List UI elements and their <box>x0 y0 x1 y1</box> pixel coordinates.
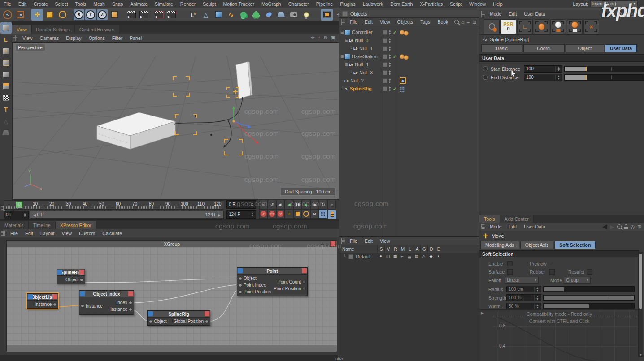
view-toggle[interactable]: ◫ <box>384 254 392 258</box>
xgroup-titlebar[interactable]: XGroup ✛ ↕ <box>7 241 337 248</box>
camera-view-label[interactable]: Perspective <box>15 44 45 51</box>
add-null-button[interactable]: L0 <box>187 9 199 21</box>
tab-object-axis[interactable]: Object Axis <box>520 241 554 249</box>
animation-toggle[interactable]: ▤ <box>413 254 420 258</box>
object-row-null2[interactable]: − L0 Null_2 ◆ <box>339 77 479 85</box>
panel-drag-handle[interactable] <box>13 35 17 41</box>
layer-color-swatch[interactable] <box>348 254 353 259</box>
history-forward-icon[interactable]: ▶ <box>610 11 614 17</box>
output-port[interactable] <box>129 301 132 305</box>
om-menu-tags[interactable]: Tags <box>417 19 434 25</box>
output-port[interactable] <box>205 320 209 323</box>
keyframe-selection-button[interactable]: ? <box>276 209 285 219</box>
view-pan-icon[interactable]: ✛ <box>311 35 315 41</box>
tab-modeling-axis[interactable]: Modeling Axis <box>480 241 519 249</box>
object-row-null1[interactable]: └ L0 Null_1 <box>339 44 479 52</box>
polygons-mode-button[interactable] <box>0 81 12 92</box>
tab-soft-selection[interactable]: Soft Selection <box>554 241 596 249</box>
loop-button[interactable]: ↻ <box>319 200 327 209</box>
node-inputs-corner[interactable] <box>28 294 33 299</box>
am-menu-edit[interactable]: Edit <box>505 11 520 17</box>
xp-menu-file[interactable]: File <box>7 231 22 236</box>
object-name[interactable]: Null_2 <box>350 78 364 83</box>
panel-drag-handle[interactable] <box>341 19 345 25</box>
vp-menu-view[interactable]: View <box>19 35 36 41</box>
add-generator-button[interactable] <box>238 9 249 21</box>
normal-mode-button[interactable]: △ <box>0 116 12 127</box>
xp-menu-calculate[interactable]: Calculate <box>99 231 126 236</box>
tab-xpresso-editor[interactable]: XPresso Editor <box>56 221 96 229</box>
visibility-dots[interactable] <box>389 78 391 83</box>
menu-plugins[interactable]: Plugins <box>336 1 359 7</box>
expand-toggle[interactable]: ⊟ <box>344 38 349 43</box>
history-back-icon[interactable]: ◀ <box>602 223 607 231</box>
add-cube-button[interactable] <box>213 9 224 21</box>
tl-menu-edit[interactable]: Edit <box>505 224 520 229</box>
home-icon[interactable]: ⌂ <box>461 19 464 25</box>
preview-checkbox[interactable]: ✓ <box>549 261 553 266</box>
vp-menu-display[interactable]: Display <box>62 35 85 41</box>
key-parameter-button[interactable]: P <box>310 209 319 219</box>
column-g[interactable]: G <box>420 245 428 253</box>
object-row-null3[interactable]: └ L0 Null_3 <box>339 69 479 77</box>
vp-menu-filter[interactable]: Filter <box>109 35 126 41</box>
input-port[interactable] <box>239 277 242 280</box>
key-rotation-button[interactable] <box>302 209 310 219</box>
output-port[interactable] <box>302 287 306 290</box>
node-inputs-corner[interactable] <box>148 311 153 316</box>
new-panel-icon[interactable]: ⊞ <box>637 11 641 17</box>
strength-slider[interactable] <box>543 295 635 301</box>
menu-mesh[interactable]: Mesh <box>90 1 109 7</box>
expand-toggle[interactable]: ⊟ <box>344 62 349 67</box>
orange-over-white-button[interactable] <box>567 19 583 34</box>
xpresso-canvas[interactable]: SplineRig Object ObjectList Instance Obj… <box>7 247 337 345</box>
visibility-dots[interactable] <box>389 46 391 51</box>
radius-slider[interactable] <box>543 286 635 292</box>
frame-start-field[interactable]: 0 F▲▼ <box>4 211 29 219</box>
search-icon[interactable] <box>617 224 622 229</box>
visibility-dots[interactable] <box>389 30 391 35</box>
rubber-checkbox[interactable] <box>549 269 555 275</box>
solo-toggle[interactable]: ● <box>377 254 384 258</box>
node-outputs-corner[interactable] <box>52 294 57 299</box>
add-spline-button[interactable]: ∿ <box>225 9 237 21</box>
coordinate-system-button[interactable] <box>109 9 120 21</box>
autokey-ring-button[interactable]: ◠ <box>268 209 276 219</box>
menu-x-particles[interactable]: X-Particles <box>416 1 446 7</box>
panel-drag-handle[interactable] <box>341 238 345 244</box>
next-key-button[interactable]: ·▶ <box>310 200 319 209</box>
node-object-index[interactable]: Object Index Instance Index Instance <box>79 290 134 315</box>
new-panel-icon[interactable]: ⊞ <box>637 224 641 229</box>
menu-file[interactable]: File <box>0 1 15 7</box>
render-region-button[interactable] <box>138 9 150 21</box>
om-menu-bookmarks[interactable]: Book <box>434 19 452 25</box>
history-back-icon[interactable]: ◀ <box>602 10 607 18</box>
layer-swatch[interactable] <box>383 86 387 91</box>
object-row-controller[interactable]: ⊟ Controller ✓ <box>339 28 479 36</box>
layer-row-default[interactable]: └ Default ● ◫ ▦ ⌐ ▤ ◬ ◆ ◗ <box>339 253 479 260</box>
menu-window[interactable]: Window <box>466 1 489 7</box>
position-button[interactable]: ∟ <box>517 19 533 34</box>
rectangle-selection-tool[interactable]: ↖ <box>14 9 26 21</box>
timeline-range-slider[interactable]: ◀ 0 F 124 F ▶ <box>30 211 224 219</box>
node-outputs-corner[interactable] <box>128 291 133 296</box>
texture-axis-mode-button[interactable]: T <box>0 104 12 115</box>
menu-simulate[interactable]: Simulate <box>151 1 177 7</box>
lock-x-axis-button[interactable]: X <box>74 9 84 20</box>
generators-toggle[interactable]: ◬ <box>420 254 427 258</box>
input-port[interactable] <box>149 320 152 323</box>
vp-menu-options[interactable]: Options <box>85 35 109 41</box>
rotate-tool[interactable] <box>57 9 68 21</box>
display-mode-button[interactable] <box>321 9 333 21</box>
tab-content-browser[interactable]: Content Browser <box>75 25 119 34</box>
column-m[interactable]: M <box>399 245 406 253</box>
panel-drag-handle[interactable] <box>481 224 485 229</box>
render-toggle[interactable]: ▦ <box>392 254 399 258</box>
lock-y-axis-button[interactable]: Y <box>85 9 96 20</box>
goto-end-button[interactable]: » <box>327 200 336 209</box>
input-port[interactable] <box>239 290 242 294</box>
width-slider[interactable] <box>543 303 635 309</box>
layer-swatch[interactable] <box>383 38 387 43</box>
layer-swatch[interactable] <box>383 62 387 67</box>
keyframe-presets-button[interactable] <box>319 209 327 219</box>
